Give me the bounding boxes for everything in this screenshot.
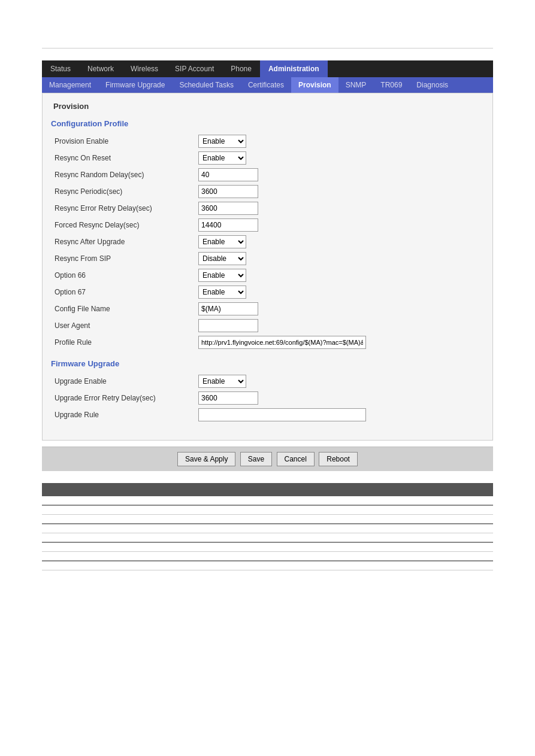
reboot-button[interactable]: Reboot — [319, 452, 358, 466]
sub-nav-tab-scheduled-tasks[interactable]: Scheduled Tasks — [172, 77, 241, 93]
select-7[interactable]: EnableDisable — [198, 252, 246, 265]
form-field-12[interactable] — [195, 334, 484, 351]
input-11[interactable] — [198, 319, 258, 332]
form-field-1[interactable]: EnableDisable — [195, 150, 484, 166]
thin-divider-2 — [42, 533, 493, 533]
form-row-11: User Agent — [51, 317, 484, 334]
save-button[interactable]: Save — [240, 452, 272, 466]
form-row-6: Resync After UpgradeEnableDisable — [51, 233, 484, 250]
main-nav-tab-sip-account[interactable]: SIP Account — [167, 60, 222, 77]
form-field-8[interactable]: EnableDisable — [195, 267, 484, 284]
form-field-11[interactable] — [195, 317, 484, 334]
divider-1 — [42, 505, 493, 506]
thin-divider-4 — [42, 570, 493, 570]
form-row-0: Upgrade EnableEnableDisable — [51, 373, 484, 390]
action-bar: Save & Apply Save Cancel Reboot — [42, 447, 493, 471]
content-area: Provision Configuration Profile Provisio… — [42, 93, 493, 441]
form-label-4: Resync Error Retry Delay(sec) — [51, 200, 195, 217]
input-2[interactable] — [198, 168, 258, 181]
select-6[interactable]: EnableDisable — [198, 235, 246, 248]
select-1[interactable]: EnableDisable — [198, 151, 246, 165]
form-field-4[interactable] — [195, 200, 484, 217]
input-1[interactable] — [198, 391, 258, 405]
main-nav-tab-administration[interactable]: Administration — [260, 60, 328, 77]
form-field-2[interactable] — [195, 166, 484, 183]
form-label-2: Upgrade Rule — [51, 406, 195, 423]
sub-nav-tab-tr069[interactable]: TR069 — [373, 77, 409, 93]
form-label-6: Resync After Upgrade — [51, 233, 195, 250]
section-title: Provision — [51, 99, 484, 113]
divider-4 — [42, 560, 493, 561]
form-field-2[interactable] — [195, 406, 484, 423]
form-row-12: Profile Rule — [51, 334, 484, 351]
sub-nav-tab-snmp[interactable]: SNMP — [338, 77, 374, 93]
sub-nav-tab-diagnosis[interactable]: Diagnosis — [409, 77, 455, 93]
input-10[interactable] — [198, 302, 258, 315]
form-field-3[interactable] — [195, 183, 484, 200]
select-9[interactable]: EnableDisable — [198, 286, 246, 299]
form-row-2: Upgrade Rule — [51, 406, 484, 423]
bottom-section — [42, 483, 493, 570]
config-profile-title: Configuration Profile — [51, 119, 484, 128]
form-row-4: Resync Error Retry Delay(sec) — [51, 200, 484, 217]
form-row-3: Resync Periodic(sec) — [51, 183, 484, 200]
form-label-3: Resync Periodic(sec) — [51, 183, 195, 200]
form-label-11: User Agent — [51, 317, 195, 334]
main-nav-tab-wireless[interactable]: Wireless — [122, 60, 167, 77]
form-row-5: Forced Resync Delay(sec) — [51, 217, 484, 233]
thin-divider-3 — [42, 551, 493, 552]
form-row-1: Upgrade Error Retry Delay(sec) — [51, 390, 484, 406]
form-field-0[interactable]: EnableDisable — [195, 133, 484, 150]
sub-nav-tab-provision[interactable]: Provision — [291, 77, 338, 93]
firmware-upgrade-table: Upgrade EnableEnableDisableUpgrade Error… — [51, 373, 484, 423]
form-label-2: Resync Random Delay(sec) — [51, 166, 195, 183]
form-label-5: Forced Resync Delay(sec) — [51, 217, 195, 233]
form-field-6[interactable]: EnableDisable — [195, 233, 484, 250]
form-label-1: Upgrade Error Retry Delay(sec) — [51, 390, 195, 406]
save-apply-button[interactable]: Save & Apply — [177, 452, 235, 466]
form-label-0: Upgrade Enable — [51, 373, 195, 390]
main-nav-tab-status[interactable]: Status — [42, 60, 79, 77]
cancel-button[interactable]: Cancel — [277, 452, 315, 466]
config-profile-table: Provision EnableEnableDisableResync On R… — [51, 133, 484, 351]
form-field-0[interactable]: EnableDisable — [195, 373, 484, 390]
form-label-1: Resync On Reset — [51, 150, 195, 166]
form-label-8: Option 66 — [51, 267, 195, 284]
divider-2 — [42, 523, 493, 524]
sub-nav-tab-firmware-upgrade[interactable]: Firmware Upgrade — [98, 77, 172, 93]
form-row-0: Provision EnableEnableDisable — [51, 133, 484, 150]
main-nav-tab-phone[interactable]: Phone — [222, 60, 260, 77]
select-0[interactable]: EnableDisable — [198, 135, 246, 148]
input-lg-12[interactable] — [198, 336, 366, 349]
form-label-7: Resync From SIP — [51, 250, 195, 267]
input-4[interactable] — [198, 202, 258, 215]
form-field-9[interactable]: EnableDisable — [195, 284, 484, 300]
dark-bar-1 — [42, 483, 493, 496]
firmware-upgrade-title: Firmware Upgrade — [51, 359, 484, 368]
sub-nav-tab-management[interactable]: Management — [42, 77, 98, 93]
form-label-12: Profile Rule — [51, 334, 195, 351]
input-5[interactable] — [198, 218, 258, 232]
input-3[interactable] — [198, 185, 258, 198]
select-8[interactable]: EnableDisable — [198, 269, 246, 282]
sub-nav: ManagementFirmware UpgradeScheduled Task… — [42, 77, 493, 93]
input-lg-2[interactable] — [198, 408, 366, 421]
main-nav-tab-network[interactable]: Network — [79, 60, 122, 77]
thin-divider-1 — [42, 514, 493, 515]
form-row-2: Resync Random Delay(sec) — [51, 166, 484, 183]
form-field-10[interactable] — [195, 300, 484, 317]
select-0[interactable]: EnableDisable — [198, 375, 246, 388]
main-nav: StatusNetworkWirelessSIP AccountPhoneAdm… — [42, 60, 493, 77]
form-row-1: Resync On ResetEnableDisable — [51, 150, 484, 166]
sub-nav-tab-certificates[interactable]: Certificates — [241, 77, 291, 93]
form-field-5[interactable] — [195, 217, 484, 233]
form-row-9: Option 67EnableDisable — [51, 284, 484, 300]
divider-3 — [42, 542, 493, 543]
form-label-10: Config File Name — [51, 300, 195, 317]
form-label-0: Provision Enable — [51, 133, 195, 150]
form-field-1[interactable] — [195, 390, 484, 406]
form-label-9: Option 67 — [51, 284, 195, 300]
form-field-7[interactable]: EnableDisable — [195, 250, 484, 267]
form-row-8: Option 66EnableDisable — [51, 267, 484, 284]
form-row-7: Resync From SIPEnableDisable — [51, 250, 484, 267]
